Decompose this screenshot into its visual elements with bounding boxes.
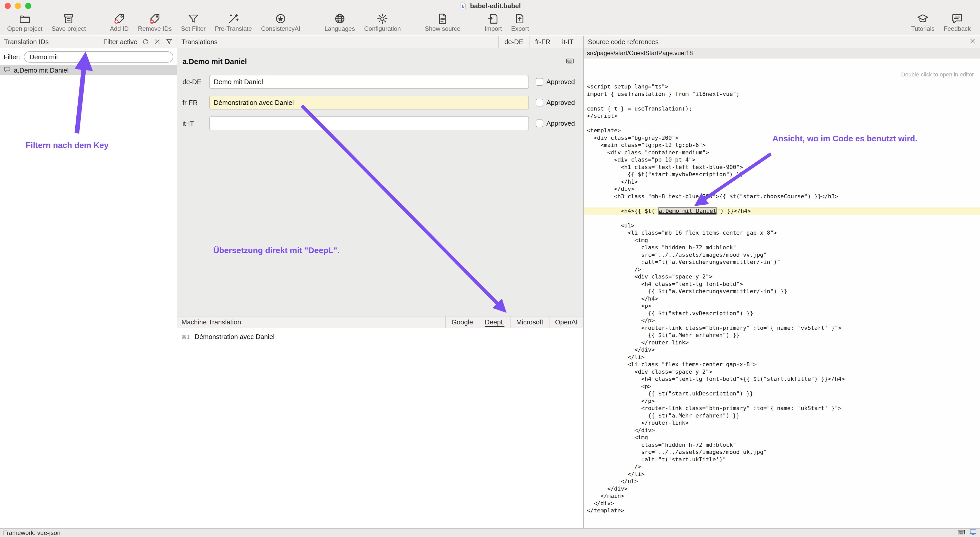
zoom-window-button[interactable] [25,3,31,9]
machine-translation-tabs: GoogleDeepLMicrosoftOpenAI [445,317,583,328]
close-window-button[interactable] [5,3,11,9]
translation-row: fr-FR Approved [183,96,574,110]
keyboard-icon[interactable] [566,57,574,66]
toolbar-button-show-source[interactable]: Show source [420,12,465,32]
minimize-window-button[interactable] [15,3,21,9]
language-tab-it-it[interactable]: it-IT [556,36,579,48]
filter-active-label: Filter active [103,38,137,46]
approved-label: Approved [546,78,575,86]
svg-text:b: b [462,4,464,8]
translations-panel: Translations de-DEfr-FRit-IT a.Demo mit … [177,36,584,528]
code-line [584,120,980,127]
approved-control: Approved [536,78,575,86]
approved-checkbox-it-it[interactable] [536,120,543,127]
close-panel-icon[interactable] [969,38,976,46]
code-line: <h4 class="text-lg font-bold"> [584,280,980,288]
code-line: <div class="bg-gray-200"> [584,134,980,142]
approved-control: Approved [536,99,575,107]
toolbar-button-languages[interactable]: Languages [320,12,360,32]
code-line: class="hidden h-72 md:block" [584,244,980,251]
source-references-panel: Source code references src/pages/start/G… [584,36,980,528]
code-line: <script setup lang="ts"> [584,83,980,91]
language-label: de-DE [183,78,209,86]
editor-hint: Double-click to open in editor [901,71,974,78]
code-line: </p> [584,397,980,405]
mt-tab-openai[interactable]: OpenAI [549,317,583,328]
code-line: const { t } = useTranslation(); [584,105,980,113]
approved-label: Approved [546,120,575,127]
titlebar: b babel-edit.babel [0,0,980,12]
mt-suggestion-row[interactable]: ⌘1 Démonstration avec Daniel [181,333,583,341]
toolbar-button-export[interactable]: Export [507,12,534,32]
toolbar-button-tutorials[interactable]: Tutorials [907,12,939,32]
keyboard-icon[interactable] [958,528,965,537]
code-line: :alt="t('a.Versicherungsvermittler/-in')… [584,258,980,266]
toolbar-button-consistencyai[interactable]: ConsistencyAI [256,12,305,32]
code-line: </p> [584,317,980,324]
language-label: fr-FR [183,99,209,107]
traffic-lights [5,3,31,9]
approved-checkbox-de-de[interactable] [536,78,543,86]
mt-suggestion-text: Démonstration avec Daniel [194,333,274,341]
translation-input-it-it[interactable] [209,116,529,130]
machine-translation-body: ⌘1 Démonstration avec Daniel [177,328,583,528]
toolbar-button-configuration[interactable]: Configuration [360,12,406,32]
selected-key-token[interactable]: a.Demo mit Daniel [658,207,717,215]
refresh-icon[interactable] [142,38,149,45]
code-line: <h3 class="mb-8 text-blue-900">{{ $t("st… [584,193,980,200]
code-line: {{ $t("start.myvbvDescription") }} [584,171,980,178]
code-line: </template> [584,507,980,515]
magic-wand-icon [228,13,239,25]
toolbar-button-open-project[interactable]: Open project [3,12,47,32]
code-line: <img [584,237,980,244]
code-line: <p> [584,383,980,390]
translation-input-de-de[interactable] [209,75,529,89]
source-file-reference[interactable]: src/pages/start/GuestStartPage.vue:18 [584,48,980,59]
speech-bubble-icon [3,66,11,75]
machine-translation-header: Machine Translation GoogleDeepLMicrosoft… [177,316,583,328]
filter-row: Filter: [3,51,173,62]
add-id-icon [113,13,125,25]
code-line: <p> [584,302,980,310]
clear-filter-icon[interactable] [154,38,161,45]
code-line [584,215,980,222]
toolbar-button-remove-ids[interactable]: Remove IDs [133,12,176,32]
code-line: <div class="pb-10 pt-4"> [584,156,980,164]
window-chrome: b babel-edit.babel Open project Save pro… [0,0,980,35]
toolbar-button-pre-translate[interactable]: Pre-Translate [210,12,256,32]
code-line: </h1> [584,178,980,186]
mt-tab-deepl[interactable]: DeepL [479,317,510,328]
filter-icon[interactable] [165,38,173,45]
code-line: src="../../assets/images/mood_uk.jpg" [584,449,980,456]
translation-ids-body: Filter: a.Demo mit Daniel [0,48,177,75]
filter-label: Filter: [3,53,20,61]
language-tab-de-de[interactable]: de-DE [498,36,529,48]
set-filter-icon [187,13,199,25]
remove-ids-icon [149,13,161,25]
toolbar-button-import[interactable]: Import [480,12,506,32]
gear-icon [377,13,388,25]
translation-row: it-IT Approved [183,116,574,130]
source-code-view[interactable]: Double-click to open in editor <script s… [584,59,980,528]
import-icon [487,13,499,25]
mt-tab-google[interactable]: Google [445,317,479,328]
translation-id-item[interactable]: a.Demo mit Daniel [0,65,177,75]
toolbar-button-save-project[interactable]: Save project [47,12,90,32]
code-line: <main class="lg:px-12 lg:pb-6"> [584,142,980,149]
approved-checkbox-fr-fr[interactable] [536,99,543,107]
filter-input[interactable] [24,51,173,62]
language-tab-fr-fr[interactable]: fr-FR [529,36,556,48]
code-line: <li class="mb-16 flex items-center gap-x… [584,229,980,237]
code-line: <div class="container-medium"> [584,149,980,156]
display-icon[interactable] [969,528,977,537]
toolbar-button-feedback[interactable]: Feedback [939,12,975,32]
translation-input-fr-fr[interactable] [209,96,529,110]
toolbar-button-add-id[interactable]: Add ID [105,12,133,32]
tutorials-icon [917,13,929,25]
mt-tab-microsoft[interactable]: Microsoft [510,317,549,328]
toolbar-button-set-filter[interactable]: Set Filter [176,12,210,32]
source-references-title: Source code references [588,38,659,46]
code-line: {{ $t("a.Versicherungsvermittler/-in") }… [584,288,980,295]
code-line: </router-link> [584,339,980,346]
code-line: </div> [584,500,980,507]
